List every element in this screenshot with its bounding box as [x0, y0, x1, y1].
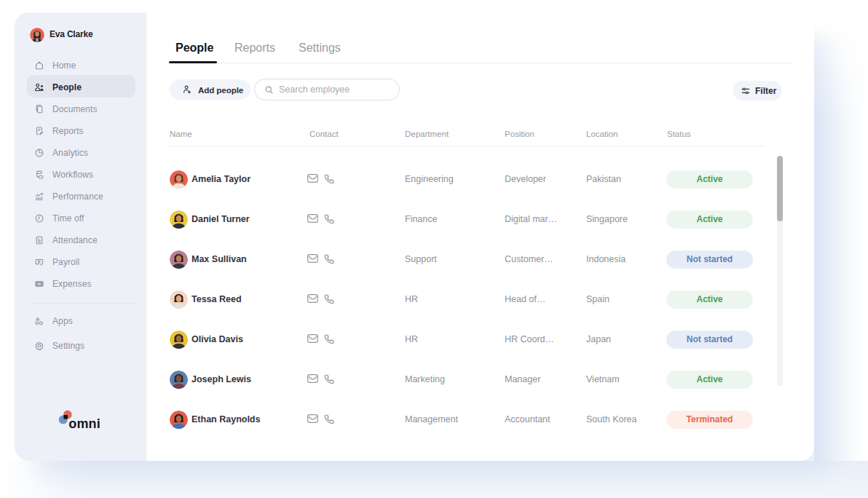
svg-text:omni: omni [68, 416, 100, 431]
